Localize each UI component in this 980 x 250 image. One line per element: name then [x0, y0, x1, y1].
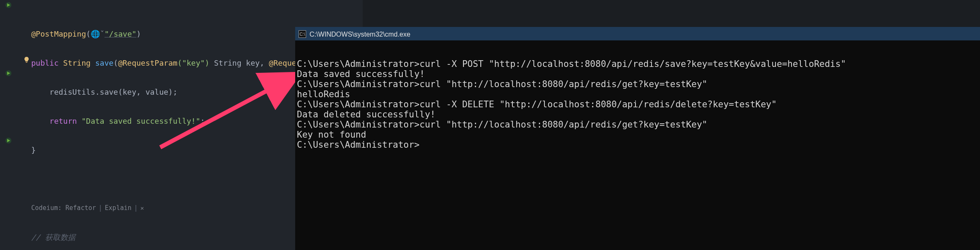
term-line: helloRedis — [297, 89, 350, 99]
cmd-icon: C:\ — [299, 30, 306, 38]
url-literal: "/save" — [105, 29, 137, 38]
codelens-refactor[interactable]: Codeium: Refactor — [31, 203, 96, 213]
annotation: @PostMapping — [31, 29, 86, 38]
close-icon[interactable]: × — [140, 203, 144, 213]
spring-run-icon[interactable] — [5, 2, 12, 8]
cmd-window[interactable]: C:\ C:\WINDOWS\system32\cmd.exe C:\Users… — [295, 27, 980, 250]
codelens-explain[interactable]: Explain — [105, 203, 132, 213]
term-line: C:\Users\Administrator>curl -X POST "htt… — [297, 59, 846, 69]
cmd-title-text: C:\WINDOWS\system32\cmd.exe — [310, 29, 410, 39]
globe-icon[interactable]: 🌐ˇ — [91, 29, 105, 39]
editor-shade — [363, 0, 980, 27]
term-line: C:\Users\Administrator>curl "http://loca… — [297, 120, 708, 130]
spring-run-icon[interactable] — [5, 70, 12, 77]
term-line: Data deleted successfully! — [297, 109, 436, 120]
term-line: C:\Users\Administrator>curl -X DELETE "h… — [297, 99, 777, 109]
term-line: Key not found — [297, 130, 366, 140]
term-line: C:\Users\Administrator>curl "http://loca… — [297, 79, 708, 89]
cmd-output[interactable]: C:\Users\Administrator>curl -X POST "htt… — [295, 40, 980, 162]
cmd-titlebar[interactable]: C:\ C:\WINDOWS\system32\cmd.exe — [295, 28, 980, 40]
term-line: C:\Users\Administrator> — [297, 140, 420, 150]
spring-run-icon[interactable] — [5, 137, 12, 144]
term-line: Data saved successfully! — [297, 69, 425, 79]
editor-gutter — [0, 0, 17, 250]
